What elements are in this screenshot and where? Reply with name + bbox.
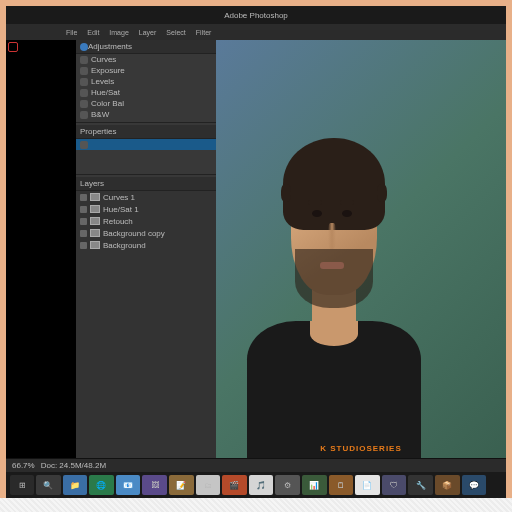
watermark-part1: K [320, 444, 330, 453]
layer-thumb [90, 241, 100, 249]
adj-item[interactable]: Levels [76, 76, 216, 87]
layer-row[interactable]: Background copy [76, 227, 216, 239]
beard [295, 249, 372, 308]
desk-surface [0, 498, 512, 512]
bw-icon [80, 111, 88, 119]
visibility-icon[interactable] [80, 218, 87, 225]
nose [328, 223, 336, 249]
record-icon[interactable] [8, 42, 18, 52]
panel-divider [76, 122, 216, 123]
adj-item[interactable]: Hue/Sat [76, 87, 216, 98]
layer-row[interactable]: Background [76, 239, 216, 251]
taskbar-files[interactable]: 🗂 [196, 475, 221, 495]
taskbar-notes[interactable]: 📝 [169, 475, 194, 495]
zoom-level[interactable]: 66.7% [12, 461, 35, 470]
adjustments-header[interactable]: Adjustments [76, 40, 216, 54]
taskbar-browser[interactable]: 🌐 [89, 475, 114, 495]
adjustments-icon [80, 43, 88, 51]
taskbar: ⊞ 🔍 📁 🌐 📧 🖼 📝 🗂 🎬 🎵 ⚙ 📊 🗒 📄 🛡 🔧 📦 💬 [6, 472, 506, 498]
taskbar-store[interactable]: 📦 [435, 475, 460, 495]
curves-icon [80, 56, 88, 64]
workspace: Adjustments Curves Exposure Levels Hue/S… [6, 40, 506, 458]
layer-row[interactable]: Curves 1 [76, 191, 216, 203]
photo-background: K STUDIOSERIES [216, 40, 506, 458]
taskbar-music[interactable]: 🎵 [249, 475, 274, 495]
layer-row[interactable]: Retouch [76, 215, 216, 227]
colorbal-icon [80, 100, 88, 108]
menu-image[interactable]: Image [109, 29, 128, 36]
properties-label: Properties [80, 127, 116, 136]
property-row-selected[interactable] [76, 139, 216, 150]
watermark-part2: STUDIOSERIES [330, 444, 402, 453]
layers-label: Layers [80, 179, 104, 188]
taskbar-photos[interactable]: 🖼 [142, 475, 167, 495]
menu-edit[interactable]: Edit [87, 29, 99, 36]
desktop-screen: Adobe Photoshop File Edit Image Layer Se… [0, 0, 512, 498]
panel-divider [76, 174, 216, 175]
layer-thumb [90, 217, 100, 225]
hair [283, 138, 385, 229]
app-title: Adobe Photoshop [224, 11, 288, 20]
adj-item[interactable]: Color Bal [76, 98, 216, 109]
visibility-icon[interactable] [80, 194, 87, 201]
layer-row[interactable]: Hue/Sat 1 [76, 203, 216, 215]
taskbar-security[interactable]: 🛡 [382, 475, 407, 495]
slider-icon [80, 141, 88, 149]
taskbar-notepad[interactable]: 🗒 [329, 475, 354, 495]
menu-select[interactable]: Select [166, 29, 185, 36]
window-titlebar: Adobe Photoshop [6, 6, 506, 24]
taskbar-chat[interactable]: 💬 [462, 475, 487, 495]
canvas-area[interactable]: K STUDIOSERIES [216, 40, 506, 458]
mouth [320, 262, 344, 269]
taskbar-explorer[interactable]: 📁 [63, 475, 88, 495]
taskbar-docs[interactable]: 📄 [355, 475, 380, 495]
adj-item[interactable]: B&W [76, 109, 216, 120]
visibility-icon[interactable] [80, 206, 87, 213]
taskbar-mail[interactable]: 📧 [116, 475, 141, 495]
eyebrow-right [340, 200, 354, 205]
taskbar-video[interactable]: 🎬 [222, 475, 247, 495]
visibility-icon[interactable] [80, 242, 87, 249]
menu-layer[interactable]: Layer [139, 29, 157, 36]
property-row[interactable] [76, 161, 216, 172]
watermark-text: K STUDIOSERIES [320, 439, 402, 454]
layers-panel: Curves 1 Hue/Sat 1 Retouch Background co… [76, 191, 216, 458]
properties-header[interactable]: Properties [76, 125, 216, 139]
left-margin [6, 40, 76, 458]
portrait-subject [231, 132, 434, 458]
menu-filter[interactable]: Filter [196, 29, 212, 36]
layer-thumb [90, 193, 100, 201]
visibility-icon[interactable] [80, 230, 87, 237]
taskbar-search[interactable]: 🔍 [36, 475, 61, 495]
status-bar: 66.7% Doc: 24.5M/48.2M [6, 458, 506, 472]
menu-bar: File Edit Image Layer Select Filter [6, 24, 506, 40]
layer-thumb [90, 229, 100, 237]
adjustments-label: Adjustments [88, 42, 132, 51]
layers-header[interactable]: Layers [76, 177, 216, 191]
taskbar-settings[interactable]: ⚙ [275, 475, 300, 495]
property-row[interactable] [76, 150, 216, 161]
exposure-icon [80, 67, 88, 75]
adj-item[interactable]: Curves [76, 54, 216, 65]
shirt [247, 321, 422, 458]
eyebrow-left [308, 200, 322, 205]
doc-size: Doc: 24.5M/48.2M [41, 461, 106, 470]
adj-item[interactable]: Exposure [76, 65, 216, 76]
taskbar-tools[interactable]: 🔧 [408, 475, 433, 495]
layer-thumb [90, 205, 100, 213]
start-button[interactable]: ⊞ [10, 475, 34, 495]
side-panels: Adjustments Curves Exposure Levels Hue/S… [76, 40, 216, 458]
taskbar-sheets[interactable]: 📊 [302, 475, 327, 495]
menu-file[interactable]: File [66, 29, 77, 36]
levels-icon [80, 78, 88, 86]
huesat-icon [80, 89, 88, 97]
